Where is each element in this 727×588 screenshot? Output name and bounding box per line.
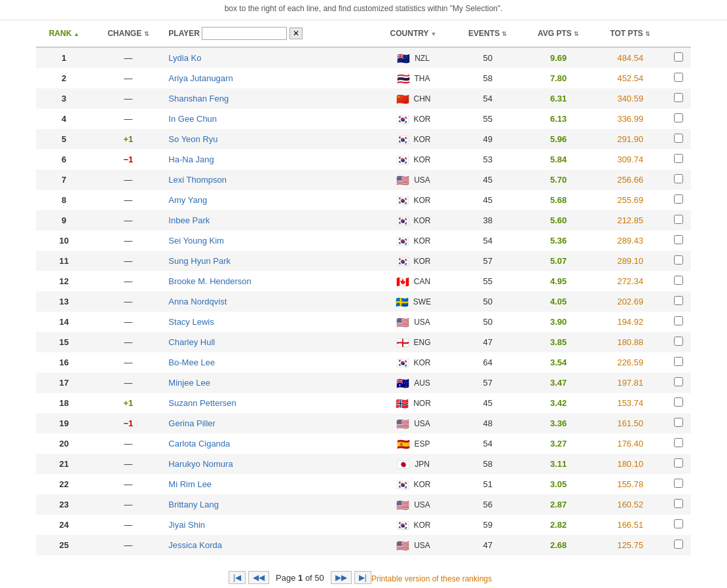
player-link[interactable]: Gerina Piller (168, 418, 215, 428)
events-cell: 38 (453, 210, 522, 230)
tot-pts-cell: 256.66 (595, 170, 666, 190)
player-link[interactable]: Anna Nordqvist (168, 297, 227, 306)
next-page-button[interactable]: ▶▶ (331, 571, 352, 584)
row-checkbox[interactable] (674, 134, 683, 143)
row-checkbox[interactable] (674, 276, 683, 285)
row-checkbox[interactable] (674, 52, 683, 62)
last-page-button[interactable]: ▶| (354, 571, 371, 584)
table-row: 15—Charley Hull🏴󠁧󠁢󠁥󠁮󠁧󠁿ENG473.85180.88 (36, 332, 691, 352)
row-checkbox[interactable] (674, 418, 683, 427)
player-link[interactable]: Brooke M. Henderson (168, 276, 251, 286)
row-checkbox[interactable] (674, 93, 683, 102)
row-checkbox[interactable] (674, 235, 683, 244)
row-checkbox[interactable] (674, 215, 683, 224)
select-cell (666, 149, 691, 170)
row-checkbox[interactable] (674, 377, 683, 386)
tot-pts-cell: 155.78 (595, 474, 666, 494)
player-link[interactable]: Stacy Lewis (168, 317, 214, 327)
country-cell: 🇰🇷KOR (373, 474, 453, 494)
country-code: NOR (413, 399, 431, 408)
row-checkbox[interactable] (674, 397, 683, 407)
row-checkbox[interactable] (674, 194, 683, 204)
player-link[interactable]: Amy Yang (168, 195, 207, 205)
row-checkbox[interactable] (674, 174, 683, 183)
player-link[interactable]: So Yeon Ryu (168, 134, 217, 144)
select-cell (666, 170, 691, 190)
events-header[interactable]: EVENTS ⇅ (453, 20, 522, 47)
avg-pts-cell: 3.11 (522, 454, 595, 474)
player-link[interactable]: Shanshan Feng (168, 94, 229, 103)
player-link[interactable]: In Gee Chun (168, 114, 217, 124)
row-checkbox[interactable] (674, 255, 683, 265)
player-search-clear[interactable]: ✕ (289, 28, 303, 39)
select-cell (666, 515, 691, 535)
row-checkbox[interactable] (674, 479, 683, 488)
avg-pts-cell: 3.54 (522, 352, 595, 373)
player-name-cell: Inbee Park (164, 210, 373, 230)
rank-cell: 21 (36, 454, 92, 474)
player-link[interactable]: Jessica Korda (168, 540, 222, 550)
player-name-cell: Shanshan Feng (164, 88, 373, 109)
country-code: KOR (414, 196, 431, 205)
country-cell: 🇺🇸USA (373, 535, 453, 555)
country-code: JPN (415, 460, 430, 469)
tot-pts-header[interactable]: TOT PTS ⇅ (595, 20, 666, 47)
row-checkbox[interactable] (674, 73, 683, 82)
first-page-button[interactable]: |◀ (229, 571, 246, 584)
rank-cell: 8 (36, 190, 92, 210)
rank-cell: 5 (36, 129, 92, 149)
row-checkbox[interactable] (674, 316, 683, 325)
player-link[interactable]: Jiyai Shin (168, 520, 205, 530)
rank-cell: 9 (36, 210, 92, 230)
player-link[interactable]: Sei Young Kim (168, 236, 224, 246)
rank-header[interactable]: RANK (36, 20, 92, 47)
avg-pts-cell: 2.87 (522, 494, 595, 515)
printable-link[interactable]: Printable version of these rankings (371, 565, 498, 583)
row-checkbox[interactable] (674, 154, 683, 163)
prev-page-button[interactable]: ◀◀ (248, 571, 269, 584)
country-flag: 🏴󠁧󠁢󠁥󠁮󠁧󠁿 (396, 338, 409, 346)
player-link[interactable]: Brittany Lang (168, 500, 219, 509)
tot-pts-cell: 161.50 (595, 413, 666, 433)
row-checkbox[interactable] (674, 357, 683, 366)
row-checkbox[interactable] (674, 438, 683, 447)
rank-cell: 12 (36, 271, 92, 291)
player-search-input[interactable] (202, 27, 287, 40)
row-checkbox[interactable] (674, 499, 683, 508)
player-link[interactable]: Charley Hull (168, 337, 215, 347)
select-cell (666, 230, 691, 251)
tot-pts-sort-icon: ⇅ (645, 31, 650, 37)
player-link[interactable]: Carlota Ciganda (168, 439, 230, 449)
events-sort-icon: ⇅ (502, 31, 507, 37)
player-link[interactable]: Mi Rim Lee (168, 479, 212, 489)
avg-pts-header[interactable]: AVG PTS ⇅ (522, 20, 595, 47)
player-link[interactable]: Harukyo Nomura (168, 459, 233, 469)
player-link[interactable]: Bo-Mee Lee (168, 358, 215, 367)
row-checkbox[interactable] (674, 337, 683, 346)
pagination: |◀ ◀◀ Page 1 of 50 ▶▶ ▶| (229, 562, 371, 587)
row-checkbox[interactable] (674, 296, 683, 305)
player-link[interactable]: Minjee Lee (168, 378, 210, 388)
country-cell: 🇯🇵JPN (373, 454, 453, 474)
player-link[interactable]: Suzann Pettersen (168, 398, 236, 408)
player-link[interactable]: Lydia Ko (168, 53, 201, 63)
player-name-cell: Lydia Ko (164, 47, 373, 68)
country-flag: 🇳🇴 (396, 399, 409, 407)
avg-pts-cell: 7.80 (522, 68, 595, 88)
country-header[interactable]: COUNTRY ▼ (373, 20, 453, 47)
player-link[interactable]: Ha-Na Jang (168, 155, 214, 164)
row-checkbox[interactable] (674, 519, 683, 528)
table-row: 13—Anna Nordqvist🇸🇪SWE504.05202.69 (36, 291, 691, 312)
country-flag: 🇯🇵 (397, 460, 410, 468)
change-header[interactable]: CHANGE ⇅ (92, 20, 164, 47)
player-link[interactable]: Lexi Thompson (168, 175, 227, 185)
select-cell (666, 312, 691, 332)
row-checkbox[interactable] (674, 458, 683, 468)
row-checkbox[interactable] (674, 540, 683, 549)
player-link[interactable]: Sung Hyun Park (168, 256, 231, 266)
player-link[interactable]: Ariya Jutanugarn (168, 73, 233, 83)
row-checkbox[interactable] (674, 113, 683, 122)
table-row: 6−1Ha-Na Jang🇰🇷KOR535.84309.74 (36, 149, 691, 170)
banner-text: box to the right of each line, and find … (225, 4, 503, 13)
player-link[interactable]: Inbee Park (168, 215, 210, 225)
